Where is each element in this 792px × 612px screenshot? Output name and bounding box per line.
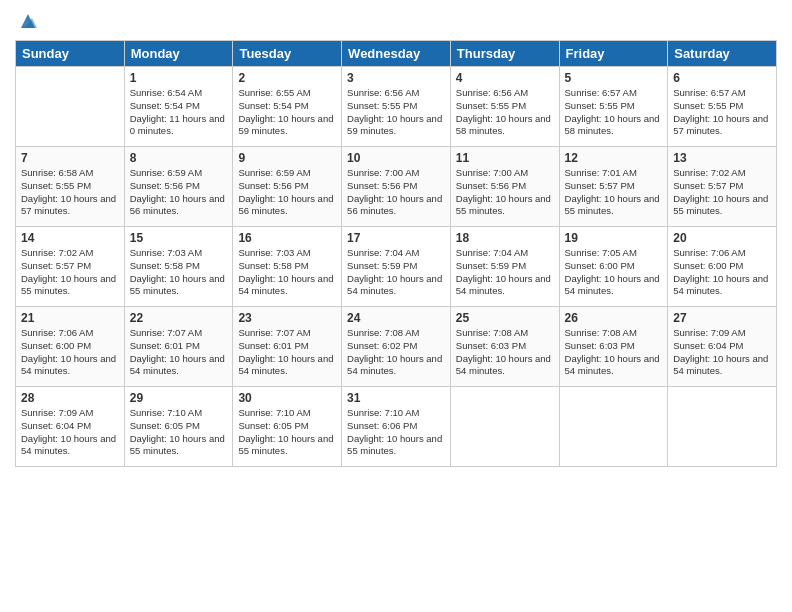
day-number: 14 [21, 231, 119, 245]
logo [15, 10, 39, 32]
day-info: Sunrise: 7:02 AMSunset: 5:57 PMDaylight:… [21, 247, 119, 298]
day-number: 19 [565, 231, 663, 245]
calendar-cell: 17Sunrise: 7:04 AMSunset: 5:59 PMDayligh… [342, 227, 451, 307]
day-info: Sunrise: 7:07 AMSunset: 6:01 PMDaylight:… [238, 327, 336, 378]
day-info: Sunrise: 7:08 AMSunset: 6:03 PMDaylight:… [565, 327, 663, 378]
calendar-cell: 8Sunrise: 6:59 AMSunset: 5:56 PMDaylight… [124, 147, 233, 227]
day-number: 30 [238, 391, 336, 405]
day-info: Sunrise: 7:03 AMSunset: 5:58 PMDaylight:… [130, 247, 228, 298]
day-number: 20 [673, 231, 771, 245]
calendar-cell: 4Sunrise: 6:56 AMSunset: 5:55 PMDaylight… [450, 67, 559, 147]
day-number: 11 [456, 151, 554, 165]
day-number: 24 [347, 311, 445, 325]
day-number: 15 [130, 231, 228, 245]
calendar-cell [450, 387, 559, 467]
calendar-cell: 3Sunrise: 6:56 AMSunset: 5:55 PMDaylight… [342, 67, 451, 147]
day-info: Sunrise: 7:08 AMSunset: 6:02 PMDaylight:… [347, 327, 445, 378]
day-info: Sunrise: 6:57 AMSunset: 5:55 PMDaylight:… [565, 87, 663, 138]
day-info: Sunrise: 6:54 AMSunset: 5:54 PMDaylight:… [130, 87, 228, 138]
calendar-cell: 5Sunrise: 6:57 AMSunset: 5:55 PMDaylight… [559, 67, 668, 147]
day-number: 7 [21, 151, 119, 165]
calendar-cell: 6Sunrise: 6:57 AMSunset: 5:55 PMDaylight… [668, 67, 777, 147]
day-number: 31 [347, 391, 445, 405]
calendar-cell [559, 387, 668, 467]
calendar-week-row: 7Sunrise: 6:58 AMSunset: 5:55 PMDaylight… [16, 147, 777, 227]
day-number: 22 [130, 311, 228, 325]
day-info: Sunrise: 7:00 AMSunset: 5:56 PMDaylight:… [456, 167, 554, 218]
day-info: Sunrise: 6:59 AMSunset: 5:56 PMDaylight:… [130, 167, 228, 218]
day-number: 17 [347, 231, 445, 245]
weekday-header: Sunday [16, 41, 125, 67]
day-info: Sunrise: 7:03 AMSunset: 5:58 PMDaylight:… [238, 247, 336, 298]
day-number: 25 [456, 311, 554, 325]
calendar-cell: 10Sunrise: 7:00 AMSunset: 5:56 PMDayligh… [342, 147, 451, 227]
calendar-cell: 1Sunrise: 6:54 AMSunset: 5:54 PMDaylight… [124, 67, 233, 147]
calendar-cell: 25Sunrise: 7:08 AMSunset: 6:03 PMDayligh… [450, 307, 559, 387]
calendar-table: SundayMondayTuesdayWednesdayThursdayFrid… [15, 40, 777, 467]
day-number: 18 [456, 231, 554, 245]
calendar-cell: 19Sunrise: 7:05 AMSunset: 6:00 PMDayligh… [559, 227, 668, 307]
calendar-cell: 21Sunrise: 7:06 AMSunset: 6:00 PMDayligh… [16, 307, 125, 387]
weekday-header: Tuesday [233, 41, 342, 67]
day-number: 2 [238, 71, 336, 85]
weekday-header: Monday [124, 41, 233, 67]
day-number: 10 [347, 151, 445, 165]
day-info: Sunrise: 6:55 AMSunset: 5:54 PMDaylight:… [238, 87, 336, 138]
day-info: Sunrise: 6:57 AMSunset: 5:55 PMDaylight:… [673, 87, 771, 138]
calendar-cell: 23Sunrise: 7:07 AMSunset: 6:01 PMDayligh… [233, 307, 342, 387]
day-info: Sunrise: 7:06 AMSunset: 6:00 PMDaylight:… [673, 247, 771, 298]
calendar-cell: 7Sunrise: 6:58 AMSunset: 5:55 PMDaylight… [16, 147, 125, 227]
day-number: 23 [238, 311, 336, 325]
calendar-cell: 13Sunrise: 7:02 AMSunset: 5:57 PMDayligh… [668, 147, 777, 227]
calendar-cell [668, 387, 777, 467]
day-info: Sunrise: 7:08 AMSunset: 6:03 PMDaylight:… [456, 327, 554, 378]
day-number: 6 [673, 71, 771, 85]
day-info: Sunrise: 7:10 AMSunset: 6:06 PMDaylight:… [347, 407, 445, 458]
day-number: 3 [347, 71, 445, 85]
weekday-header: Thursday [450, 41, 559, 67]
day-info: Sunrise: 6:59 AMSunset: 5:56 PMDaylight:… [238, 167, 336, 218]
calendar-cell: 28Sunrise: 7:09 AMSunset: 6:04 PMDayligh… [16, 387, 125, 467]
day-info: Sunrise: 7:10 AMSunset: 6:05 PMDaylight:… [238, 407, 336, 458]
day-info: Sunrise: 7:01 AMSunset: 5:57 PMDaylight:… [565, 167, 663, 218]
day-number: 4 [456, 71, 554, 85]
day-info: Sunrise: 7:05 AMSunset: 6:00 PMDaylight:… [565, 247, 663, 298]
day-info: Sunrise: 6:58 AMSunset: 5:55 PMDaylight:… [21, 167, 119, 218]
calendar-week-row: 21Sunrise: 7:06 AMSunset: 6:00 PMDayligh… [16, 307, 777, 387]
day-number: 12 [565, 151, 663, 165]
calendar-cell: 16Sunrise: 7:03 AMSunset: 5:58 PMDayligh… [233, 227, 342, 307]
day-number: 29 [130, 391, 228, 405]
day-info: Sunrise: 7:00 AMSunset: 5:56 PMDaylight:… [347, 167, 445, 218]
day-number: 9 [238, 151, 336, 165]
day-number: 28 [21, 391, 119, 405]
weekday-header: Friday [559, 41, 668, 67]
weekday-header: Saturday [668, 41, 777, 67]
day-number: 21 [21, 311, 119, 325]
calendar-cell: 14Sunrise: 7:02 AMSunset: 5:57 PMDayligh… [16, 227, 125, 307]
calendar-week-row: 14Sunrise: 7:02 AMSunset: 5:57 PMDayligh… [16, 227, 777, 307]
calendar-cell: 11Sunrise: 7:00 AMSunset: 5:56 PMDayligh… [450, 147, 559, 227]
calendar-cell: 9Sunrise: 6:59 AMSunset: 5:56 PMDaylight… [233, 147, 342, 227]
calendar-cell: 20Sunrise: 7:06 AMSunset: 6:00 PMDayligh… [668, 227, 777, 307]
calendar-cell: 30Sunrise: 7:10 AMSunset: 6:05 PMDayligh… [233, 387, 342, 467]
day-info: Sunrise: 7:07 AMSunset: 6:01 PMDaylight:… [130, 327, 228, 378]
day-info: Sunrise: 7:04 AMSunset: 5:59 PMDaylight:… [456, 247, 554, 298]
day-info: Sunrise: 7:06 AMSunset: 6:00 PMDaylight:… [21, 327, 119, 378]
calendar-cell: 31Sunrise: 7:10 AMSunset: 6:06 PMDayligh… [342, 387, 451, 467]
calendar-cell: 22Sunrise: 7:07 AMSunset: 6:01 PMDayligh… [124, 307, 233, 387]
day-number: 16 [238, 231, 336, 245]
header [15, 10, 777, 32]
day-info: Sunrise: 7:09 AMSunset: 6:04 PMDaylight:… [21, 407, 119, 458]
calendar-cell: 24Sunrise: 7:08 AMSunset: 6:02 PMDayligh… [342, 307, 451, 387]
calendar-cell: 15Sunrise: 7:03 AMSunset: 5:58 PMDayligh… [124, 227, 233, 307]
day-info: Sunrise: 7:02 AMSunset: 5:57 PMDaylight:… [673, 167, 771, 218]
day-info: Sunrise: 6:56 AMSunset: 5:55 PMDaylight:… [456, 87, 554, 138]
calendar-container: SundayMondayTuesdayWednesdayThursdayFrid… [0, 0, 792, 612]
day-info: Sunrise: 7:09 AMSunset: 6:04 PMDaylight:… [673, 327, 771, 378]
calendar-cell: 12Sunrise: 7:01 AMSunset: 5:57 PMDayligh… [559, 147, 668, 227]
day-number: 1 [130, 71, 228, 85]
logo-icon [17, 10, 39, 32]
calendar-cell: 29Sunrise: 7:10 AMSunset: 6:05 PMDayligh… [124, 387, 233, 467]
day-number: 26 [565, 311, 663, 325]
calendar-cell [16, 67, 125, 147]
